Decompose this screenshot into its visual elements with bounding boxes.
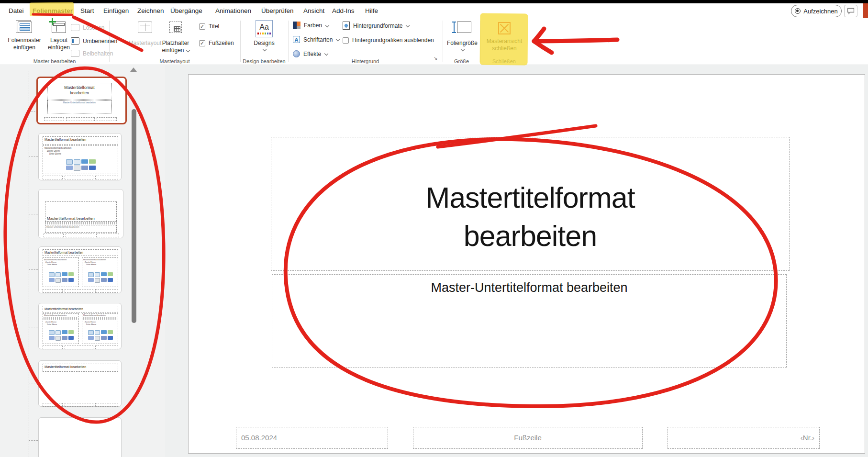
thumbnail-pane: Mastertitelformat bearbeiten Master-Unte… [0,65,165,457]
menu-start[interactable]: Start [80,3,94,18]
menu-animationen[interactable]: Animationen [215,3,251,18]
thumb-bullet: Dritte Ebene [86,264,118,266]
thumb-subtitle-text: Master-Untertitelformat bearbeiten [48,100,111,104]
slide-number-text: ‹Nr.› [668,427,819,448]
comments-button[interactable] [844,5,857,17]
thumbnail-layout-3[interactable]: Mastertitelformat bearbeiten Mastertextf… [38,246,122,293]
rename-label: Umbenennen [83,38,117,45]
thumb-title-text: Mastertitelformat bearbeiten [43,364,118,368]
thumbnail-layout-4[interactable]: Mastertitelformat bearbeiten Mastertitel… [38,303,122,349]
insert-layout-icon [50,20,67,34]
thumbnail-layout-1[interactable]: Mastertitelformat bearbeiten Mastertextf… [38,133,122,180]
check-icon: ✓ [200,40,204,46]
menu-einfuegen[interactable]: Einfügen [103,3,129,18]
thumb-number-placeholder [96,234,119,237]
chevron-down-icon [324,52,328,56]
thumb-footer-placeholder [65,176,93,179]
insert-layout-label: Layout einfügen [44,37,74,51]
preserve-label: Beibehalten [83,50,113,57]
rename-button[interactable]: Umbenennen [71,37,117,45]
footers-checkbox[interactable]: ✓ [199,40,205,46]
close-master-view-label: Masteransicht schließen [482,38,526,52]
colors-button[interactable]: Farben [293,22,329,29]
background-styles-button[interactable]: Hintergrundformate [343,22,409,30]
hide-background-graphics-row[interactable]: Hintergrundgrafiken ausblenden [343,37,434,44]
thumb-date-placeholder [43,346,63,349]
thumb-title-text: Mastertitelformat bearbeiten [43,250,118,254]
fonts-button[interactable]: A Schriftarten [293,36,339,43]
thumb-date-placeholder [44,234,64,237]
close-master-view-button[interactable]: Masteransicht schließen [482,20,526,52]
thumb-title-text: Mastertitelformat bearbeiten [48,83,111,96]
close-master-view-icon [498,22,511,34]
rename-icon [71,37,79,45]
subtitle-placeholder[interactable]: Master-Untertitelformat bearbeiten [272,274,787,368]
date-placeholder[interactable]: 05.08.2024 [236,427,388,449]
menu-ansicht[interactable]: Ansicht [303,3,324,18]
footer-placeholder[interactable]: Fußzeile [413,427,643,449]
group-separator [528,21,528,62]
insert-layout-button[interactable]: Layout einfügen [44,20,74,51]
thumb-header-band [44,317,78,320]
menu-uebergaenge[interactable]: Übergänge [170,3,202,18]
menu-datei[interactable]: Datei [9,3,24,18]
thumb-bullet: Dritte Ebene [47,264,78,266]
slide-date-text: 05.08.2024 [236,427,388,448]
title-checkbox-row[interactable]: ✓ Titel [199,23,219,30]
thumbnail-slide-master[interactable]: Mastertitelformat bearbeiten Master-Unte… [36,77,127,124]
insert-slide-master-button[interactable]: Folienmaster einfügen [8,20,41,51]
number-placeholder[interactable]: ‹Nr.› [668,427,820,449]
effects-icon [293,50,300,57]
group-label-master-bearbeiten: Master bearbeiten [5,58,104,64]
master-layout-label: Masterlayout [128,40,162,47]
designs-label: Designs [248,40,280,47]
thumb-number-placeholder [97,117,117,121]
thumb-number-placeholder [95,289,118,293]
record-button[interactable]: Aufzeichnen [791,5,842,17]
group-label-hintergrund: Hintergrund [288,58,443,64]
title-checkbox[interactable]: ✓ [199,23,205,30]
share-button-partial[interactable] [863,3,868,18]
insert-placeholder-label-1: Platzhalter [160,40,191,47]
menu-bar: Datei Folienmaster Start Einfügen Zeichn… [0,3,868,18]
background-styles-label: Hintergrundformate [353,22,402,29]
scrollbar-up-arrow[interactable] [130,67,137,72]
menu-addins[interactable]: Add-Ins [332,3,355,18]
menu-zeichnen[interactable]: Zeichnen [137,3,164,18]
hide-background-graphics-checkbox[interactable] [343,37,349,44]
menu-hilfe[interactable]: Hilfe [365,3,378,18]
group-separator [480,21,481,62]
chevron-down-icon [325,24,329,27]
scrollbar-thumb[interactable] [132,109,136,323]
insert-placeholder-button[interactable]: Platzhalter einfügen [160,20,191,54]
group-label-schliessen: Schließen [480,58,528,64]
thumb-title-text: Mastertitelformat bearbeiten [43,306,118,311]
chevron-down-icon [186,49,189,52]
comment-bubble-icon [847,8,855,14]
slide-title-line2: bearbeiten [271,217,789,255]
fonts-icon: A [293,36,300,43]
thumb-title-underline [45,222,117,224]
slide-size-button[interactable]: Foliengröße [445,20,479,51]
hierarchy-line [29,71,29,457]
designs-button[interactable]: Aa Designs [248,20,280,51]
title-placeholder[interactable]: Mastertitelformat bearbeiten [271,137,790,271]
footers-checkbox-row[interactable]: ✓ Fußzeilen [199,40,234,46]
thumbnail-layout-2[interactable]: Mastertitelformat bearbeiten Master-Unte… [38,189,123,238]
thumbnail-layout-5[interactable]: Mastertitelformat bearbeiten [38,360,122,407]
thumbnail-layout-6[interactable] [38,417,122,457]
thumb-title-text: Mastertitelformat bearbeiten [45,215,95,221]
thumb-number-placeholder [95,403,118,407]
thumb-subtitle-text: Master-Untertitelformat bearbeiten [45,225,116,228]
effects-button[interactable]: Effekte [293,50,328,57]
slide-title-line1: Mastertitelformat [271,178,789,217]
preserve-icon [71,50,79,57]
fonts-label: Schriftarten [303,36,333,43]
delete-button: Löschen [71,24,104,31]
group-label-design-bearbeiten: Design bearbeiten [240,58,288,64]
slide-size-label: Foliengröße [445,40,479,47]
menu-ueberpruefen[interactable]: Überprüfen [261,3,294,18]
menu-folienmaster[interactable]: Folienmaster [33,3,73,18]
thumb-title-text: Mastertitelformat bearbeiten [43,137,118,141]
colors-label: Farben [304,22,322,29]
